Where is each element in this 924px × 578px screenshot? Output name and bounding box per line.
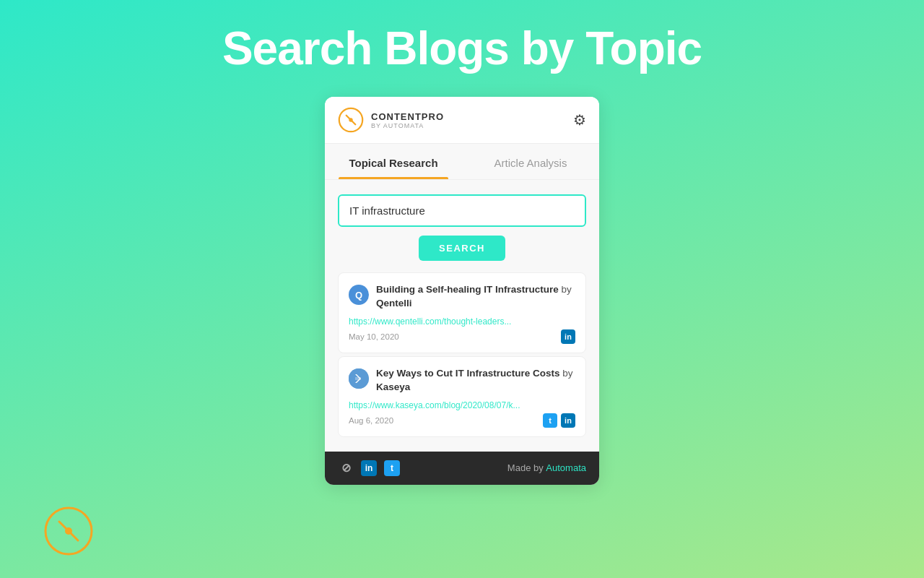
svg-point-8 [65, 527, 72, 535]
card-body: SEARCH Q Building a Self-healing IT Infr… [325, 180, 599, 452]
main-card: CONTENTPRO BY AUTOMATA ⚙ Topical Researc… [325, 97, 599, 485]
footer-linkedin-icon[interactable]: in [361, 460, 377, 476]
search-input[interactable] [338, 194, 586, 227]
automata-footer-icon[interactable]: ⊘ [338, 460, 354, 476]
result-footer-1: May 10, 2020 in [349, 329, 575, 344]
footer-twitter-icon[interactable]: t [384, 460, 400, 476]
footer-icons: ⊘ in t [338, 460, 400, 476]
brand-name: CONTENTPRO [371, 111, 444, 122]
result-favicon-2 [349, 368, 369, 389]
result-author-1: Qentelli [376, 298, 412, 309]
brand: CONTENTPRO BY AUTOMATA [338, 107, 444, 133]
brand-text: CONTENTPRO BY AUTOMATA [371, 111, 444, 129]
by-label-2: by [562, 368, 572, 379]
tab-topical-research[interactable]: Topical Research [325, 144, 462, 179]
result-item-2: Key Ways to Cut IT Infrastructure Costs … [338, 356, 586, 437]
automata-brand-link[interactable]: Automata [546, 462, 586, 473]
result-header: Q Building a Self-healing IT Infrastruct… [349, 283, 575, 311]
result-date-2: Aug 6, 2020 [349, 416, 393, 425]
search-button[interactable]: SEARCH [419, 236, 505, 261]
result-header-2: Key Ways to Cut IT Infrastructure Costs … [349, 367, 575, 394]
result-title-1: Building a Self-healing IT Infrastructur… [376, 283, 575, 311]
by-label-1: by [562, 284, 572, 295]
bottom-logo [43, 506, 94, 556]
result-author-2: Kaseya [376, 381, 410, 392]
tabs-container: Topical Research Article Analysis [325, 144, 599, 180]
twitter-badge-2[interactable]: t [543, 413, 557, 428]
tab-article-analysis[interactable]: Article Analysis [462, 144, 599, 179]
page-title: Search Blogs by Topic [222, 22, 702, 75]
linkedin-badge-1[interactable]: in [561, 329, 575, 344]
brand-logo-icon [338, 107, 364, 133]
brand-sub: BY AUTOMATA [371, 122, 444, 129]
card-footer: ⊘ in t Made by Automata [325, 452, 599, 485]
made-by-label: Made by [507, 462, 544, 473]
result-url-1[interactable]: https://www.qentelli.com/thought-leaders… [349, 316, 575, 327]
settings-icon[interactable]: ⚙ [573, 111, 586, 129]
result-date-1: May 10, 2020 [349, 332, 399, 341]
social-icons-2: t in [543, 413, 575, 428]
svg-rect-5 [355, 377, 361, 380]
result-footer-2: Aug 6, 2020 t in [349, 413, 575, 428]
social-icons-1: in [561, 329, 575, 344]
result-favicon-1: Q [349, 285, 369, 305]
linkedin-badge-2[interactable]: in [561, 413, 575, 428]
result-item: Q Building a Self-healing IT Infrastruct… [338, 272, 586, 353]
footer-made-by: Made by Automata [507, 462, 586, 473]
card-header: CONTENTPRO BY AUTOMATA ⚙ [325, 97, 599, 144]
result-url-2[interactable]: https://www.kaseya.com/blog/2020/08/07/k… [349, 400, 575, 410]
result-title-2: Key Ways to Cut IT Infrastructure Costs … [376, 367, 575, 394]
results-list: Q Building a Self-healing IT Infrastruct… [338, 272, 586, 437]
svg-point-2 [349, 118, 352, 121]
